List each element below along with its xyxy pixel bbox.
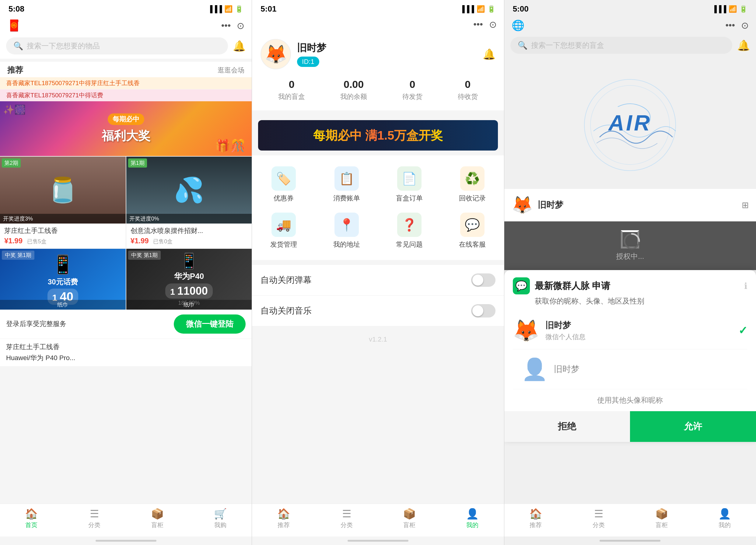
search-placeholder-3: 搜索一下您想要的盲盒: [531, 40, 604, 50]
toggle-label-1: 自动关闭弹幕: [261, 274, 312, 286]
nav-item-category-1[interactable]: ☰ 分类: [63, 508, 126, 529]
product-price-2: ¥1.99: [131, 237, 149, 245]
product-image-2: 💦 第1期 开奖进度0%: [126, 157, 252, 224]
scroll-area-2: 🦊 旧时梦 ID:1 🔔 0 我的盲盒 0.00 我的余额 0: [252, 33, 504, 504]
auth-user-item-primary[interactable]: 🦊 旧时梦 微信个人信息 ✓: [513, 312, 747, 349]
nav-item-box-1[interactable]: 📦 盲柜: [126, 508, 189, 529]
chat-item-1[interactable]: 🦊 旧时梦 ⊞: [504, 189, 756, 222]
nav-item-cat-3[interactable]: ☰ 分类: [567, 508, 630, 529]
login-text-1: 登录后享受完整服务: [6, 319, 66, 328]
product-info-2: 创意流水喷泉摆件招财... ¥1.99 已售0盒: [126, 224, 252, 248]
icon-faq[interactable]: ❓ 常见问题: [378, 208, 441, 254]
signal-icon-1: ▐▐▐: [208, 5, 222, 13]
nav-category-label-1: 分类: [88, 521, 100, 529]
promo-card-2[interactable]: 中奖 第1期 📱 华为P40 1 11000 185.69% 纸巾: [126, 249, 252, 309]
icon-service[interactable]: 💬 在线客服: [441, 208, 504, 254]
stat-mybox: 0 我的盲盒: [278, 79, 305, 101]
scan-icon-3[interactable]: ⊙: [741, 20, 749, 31]
nav-item-cat-2[interactable]: ☰ 分类: [315, 508, 378, 529]
login-button-1[interactable]: 微信一键登陆: [174, 314, 246, 334]
icon-bill[interactable]: 📋 消费账单: [315, 162, 378, 208]
more-icon-1[interactable]: •••: [221, 20, 231, 31]
auth-alt-item[interactable]: 👤 旧时梦: [513, 349, 747, 389]
ship-icon: 🚚: [271, 213, 296, 237]
promo-badge-2: 中奖 第1期: [128, 251, 161, 260]
stat-num-1: 0.00: [340, 79, 367, 90]
nav-item-home-1[interactable]: 🏠 首页: [0, 508, 63, 529]
product-sold-2: 已售0盒: [153, 239, 173, 245]
loading-spinner: [621, 230, 639, 249]
nav-item-home-2[interactable]: 🏠 推荐: [252, 508, 315, 529]
reject-button[interactable]: 拒绝: [504, 411, 630, 442]
profile-top: 🦊 旧时梦 ID:1 🔔: [261, 39, 495, 69]
advert-strip-2: 喜香藏家TEL18750079271中得话费: [0, 89, 252, 101]
search-bar-1[interactable]: 🔍 搜索一下您想要的物品: [6, 37, 228, 54]
auth-info-icon[interactable]: ℹ: [744, 281, 747, 291]
stats-row: 0 我的盲盒 0.00 我的余额 0 待发货 0 待收货: [261, 79, 495, 101]
product-price-row-1: ¥1.99 已售5盒: [4, 237, 121, 245]
allow-button[interactable]: 允许: [630, 411, 756, 442]
product-card-2[interactable]: 💦 第1期 开奖进度0% 创意流水喷泉摆件招财... ¥1.99 已售0盒: [126, 157, 252, 248]
chat-section: 🦊 旧时梦 ⊞ 授权中...: [504, 189, 756, 270]
toggle-row-1: 自动关闭弹幕: [252, 265, 504, 295]
battery-icon-2: 🔋: [487, 5, 495, 13]
nav-item-mine-3[interactable]: 👤 我的: [693, 508, 756, 529]
nav-item-box-3[interactable]: 📦 盲柜: [630, 508, 693, 529]
status-icons-3: ▐▐▐ 📶 🔋: [712, 5, 747, 13]
icon-order[interactable]: 📄 盲盒订单: [378, 162, 441, 208]
recycle-label: 回收记录: [459, 194, 486, 203]
nav-item-mine-1[interactable]: 🛒 我购: [189, 508, 252, 529]
product-name-1: 芽庄红土手工线香: [4, 227, 121, 236]
nav-cat-icon-3: ☰: [594, 508, 603, 520]
scan-icon-1[interactable]: ⊙: [237, 20, 244, 31]
search-bar-3[interactable]: 🔍 搜索一下您想要的盲盒: [510, 37, 732, 54]
order-icon: 📄: [397, 166, 422, 191]
nav-home-icon-3: 🏠: [529, 508, 542, 520]
nav-box-icon-1: 📦: [151, 508, 164, 520]
icon-address[interactable]: 📍 我的地址: [315, 208, 378, 254]
bell-icon-3[interactable]: 🔔: [737, 39, 750, 51]
bottom-nav-3: 🏠 推荐 ☰ 分类 📦 盲柜 👤 我的: [504, 504, 756, 536]
battery-icon-3: 🔋: [739, 5, 747, 13]
nav-mine-icon-1: 🛒: [214, 508, 227, 520]
use-other-text[interactable]: 使用其他头像和昵称: [504, 389, 756, 411]
auth-alt-name: 旧时梦: [554, 363, 579, 375]
more-icon-3[interactable]: •••: [725, 20, 735, 31]
stat-num-3: 0: [458, 79, 478, 90]
profile-bell[interactable]: 🔔: [483, 48, 495, 60]
promo-banner-p2[interactable]: 每期必中 满1.5万盒开奖: [258, 120, 498, 151]
wifi-icon-3: 📶: [729, 5, 737, 13]
panel-3: 5:00 ▐▐▐ 📶 🔋 🌐 ••• ⊙ 🔍 搜索一下您想要的盲盒 🔔: [504, 0, 756, 545]
nav-item-mine-2[interactable]: 👤 我的: [441, 508, 504, 529]
bell-icon-1[interactable]: 🔔: [233, 40, 246, 52]
product-price-row-2: ¥1.99 已售0盒: [131, 237, 248, 245]
toggle-switch-1[interactable]: [471, 273, 495, 287]
check-icon: ✓: [738, 324, 747, 337]
app-logo-3: 🌐: [512, 19, 524, 31]
bottom-name-1: 芽庄红土手工线香: [6, 342, 246, 351]
section-more-1[interactable]: 逛逛会场: [218, 66, 244, 75]
chat-action-1[interactable]: ⊞: [742, 200, 749, 210]
icon-recycle[interactable]: ♻️ 回收记录: [441, 162, 504, 208]
nav-item-home-3[interactable]: 🏠 推荐: [504, 508, 567, 529]
address-icon: 📍: [334, 213, 359, 237]
nav-item-box-2[interactable]: 📦 盲柜: [378, 508, 441, 529]
nav-mine-icon-3: 👤: [718, 508, 731, 520]
icon-coupon[interactable]: 🏷️ 优惠券: [252, 162, 315, 208]
nav-home-label-1: 首页: [25, 521, 37, 529]
home-indicator-1: [0, 536, 252, 545]
nav-mine-label-1: 我购: [214, 521, 226, 529]
nav-cat-label-3: 分类: [593, 521, 605, 529]
section-title-row-1: 推荐 逛逛会场: [0, 62, 252, 77]
product-card-1[interactable]: 🫙 第2期 开奖进度3% 芽庄红土手工线香 ¥1.99 已售5盒: [0, 157, 126, 248]
icon-ship[interactable]: 🚚 发货管理: [252, 208, 315, 254]
auth-primary-name: 旧时梦: [545, 320, 586, 331]
toggle-switch-2[interactable]: [471, 304, 495, 317]
main-banner-1[interactable]: 每期必中 福利大奖 🎁🎊 ✨🎆: [0, 101, 252, 156]
nav-category-icon-1: ☰: [90, 508, 99, 520]
scan-icon-2[interactable]: ⊙: [489, 19, 497, 30]
promo-card-1[interactable]: 中奖 第1期 📱 30元话费 1 40 纸巾: [0, 249, 126, 309]
bottom-product-info: 芽庄红土手工线香 Huawei/华为 P40 Pro...: [0, 338, 252, 366]
more-icon-2[interactable]: •••: [473, 19, 483, 30]
chat-avatar-1: 🦊: [512, 195, 533, 215]
